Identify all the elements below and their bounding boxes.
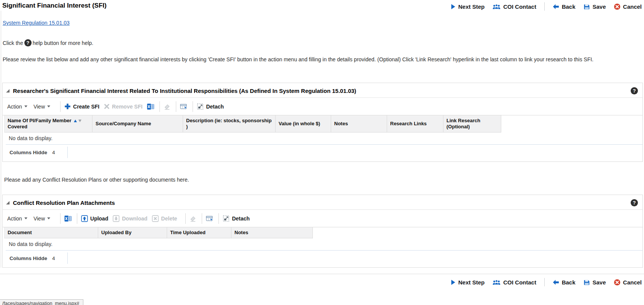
columns-hidden-cell: Columns Hidde 4 <box>6 147 68 158</box>
detach-label: Detach <box>206 104 224 110</box>
toolbar-separator <box>176 101 176 112</box>
remove-sfi-label: Remove SFI <box>112 104 142 110</box>
cancel-label: Cancel <box>623 279 642 286</box>
coi-contact-label: COI Contact <box>503 3 536 10</box>
back-arrow-icon <box>553 4 559 10</box>
view-menu-button[interactable]: View <box>33 104 50 110</box>
eraser-icon <box>190 215 196 222</box>
view-menu-label: View <box>33 216 45 222</box>
excel-icon <box>64 215 72 222</box>
system-regulation-link[interactable]: System Regulation 15.01.03 <box>3 20 70 26</box>
toolbar-separator <box>60 101 61 112</box>
sfi-table-header-row: Name Of PI/Family Member Covered Source/… <box>4 115 642 133</box>
download-button[interactable]: Download <box>113 215 147 222</box>
save-label: Save <box>593 279 606 286</box>
delete-button[interactable]: Delete <box>152 215 177 222</box>
toolbar-separator <box>544 278 545 286</box>
sort-icons <box>74 120 81 122</box>
cancel-button[interactable]: Cancel <box>614 279 642 286</box>
column-header-notes[interactable]: Notes <box>331 115 387 133</box>
create-sfi-button[interactable]: Create SFI <box>64 103 99 110</box>
view-menu-label: View <box>33 104 45 110</box>
column-header-link-research[interactable]: Link Research (Optional) <box>443 115 501 133</box>
column-header-name-covered[interactable]: Name Of PI/Family Member Covered <box>4 115 92 133</box>
delete-label: Delete <box>161 216 177 222</box>
next-step-button[interactable]: Next Step <box>451 3 485 10</box>
sfi-panel: Researcher's Significant Financial Inter… <box>2 83 643 162</box>
attachments-table: Document Uploaded By Time Uploaded Notes… <box>4 227 642 264</box>
action-menu-label: Action <box>7 216 22 222</box>
column-header-value[interactable]: Value (in whole $) <box>276 115 331 133</box>
sort-descending-icon[interactable] <box>78 120 81 122</box>
detach-button[interactable]: Detach <box>223 215 250 222</box>
eraser-button[interactable] <box>164 103 171 110</box>
remove-sfi-button[interactable]: Remove SFI <box>104 104 142 110</box>
columns-hidden-label: Columns Hidde <box>10 255 47 261</box>
sfi-panel-title: Researcher's Significant Financial Inter… <box>13 88 631 94</box>
remove-x-icon <box>104 104 110 109</box>
cancel-circle-icon <box>614 279 620 286</box>
sort-ascending-icon[interactable] <box>74 120 77 122</box>
action-menu-button[interactable]: Action <box>7 216 27 222</box>
help-icon[interactable]: ? <box>631 199 638 206</box>
save-label: Save <box>593 3 606 10</box>
help-line-prefix: Click the <box>3 40 23 46</box>
toolbar-separator <box>77 213 77 224</box>
column-header-document[interactable]: Document <box>4 227 98 238</box>
table-footer: Columns Hidde 4 <box>6 147 642 158</box>
eraser-button[interactable] <box>190 215 196 222</box>
help-icon[interactable]: ? <box>631 87 638 94</box>
top-nav-toolbar: Next Step COI Contact Back Save Cancel <box>451 2 642 11</box>
column-header-research-links[interactable]: Research Links <box>387 115 443 133</box>
cancel-button[interactable]: Cancel <box>614 3 642 10</box>
detach-icon <box>223 215 230 222</box>
save-disk-icon <box>583 279 590 286</box>
coi-contact-button[interactable]: COI Contact <box>493 279 536 286</box>
content-frame: System Regulation 15.01.03 Click the ? h… <box>1 11 644 268</box>
eraser-icon <box>164 103 171 110</box>
chevron-down-icon <box>47 217 50 219</box>
query-by-example-button[interactable] <box>180 103 187 110</box>
attachments-toolbar: Action View Upload Download De <box>3 210 642 227</box>
back-arrow-icon <box>553 279 559 285</box>
collapse-triangle-icon[interactable] <box>6 201 10 204</box>
next-step-icon <box>451 279 456 285</box>
column-header-source-company[interactable]: Source/Company Name <box>92 115 183 133</box>
attachments-panel-header: Conflict Resolution Plan Attachments ? <box>3 195 642 210</box>
column-header-time-uploaded[interactable]: Time Uploaded <box>167 227 231 238</box>
save-button[interactable]: Save <box>583 3 606 10</box>
detach-icon <box>197 103 204 110</box>
help-icon: ? <box>24 39 32 46</box>
toolbar-separator <box>202 213 202 224</box>
columns-hidden-label: Columns Hidde <box>10 150 47 155</box>
column-header-description[interactable]: Description (ie: stocks, sponsorship ) <box>183 115 276 133</box>
page-title: Significant Financial Interest (SFI) <box>2 2 107 10</box>
collapse-triangle-icon[interactable] <box>6 89 10 93</box>
detach-button[interactable]: Detach <box>197 103 224 110</box>
coi-contact-button[interactable]: COI Contact <box>493 3 536 10</box>
toolbar-separator <box>185 213 186 224</box>
column-header-notes[interactable]: Notes <box>231 227 313 238</box>
cancel-label: Cancel <box>623 3 642 10</box>
attachments-panel: Conflict Resolution Plan Attachments ? A… <box>2 195 643 268</box>
column-label-line2: Covered <box>8 124 89 130</box>
coi-contact-label: COI Contact <box>503 279 536 286</box>
export-excel-button[interactable] <box>147 103 154 110</box>
back-button[interactable]: Back <box>553 279 575 286</box>
action-menu-button[interactable]: Action <box>7 104 27 110</box>
export-excel-button[interactable] <box>64 215 72 222</box>
back-button[interactable]: Back <box>553 3 575 10</box>
column-header-uploaded-by[interactable]: Uploaded By <box>98 227 167 238</box>
table-footer: Columns Hidde 4 <box>6 252 642 264</box>
view-menu-button[interactable]: View <box>33 216 50 222</box>
upload-button[interactable]: Upload <box>81 215 108 222</box>
query-by-example-button[interactable] <box>206 215 213 222</box>
save-button[interactable]: Save <box>583 279 606 286</box>
upload-icon <box>81 215 88 222</box>
sfi-table: Name Of PI/Family Member Covered Source/… <box>4 115 642 158</box>
column-label: Name Of PI/Family Member <box>8 118 72 123</box>
bottom-nav-bar: Next Step COI Contact Back Save Cancel <box>0 274 644 289</box>
cancel-circle-icon <box>614 3 620 10</box>
next-step-button[interactable]: Next Step <box>451 279 485 286</box>
coi-contact-icon <box>493 279 501 285</box>
